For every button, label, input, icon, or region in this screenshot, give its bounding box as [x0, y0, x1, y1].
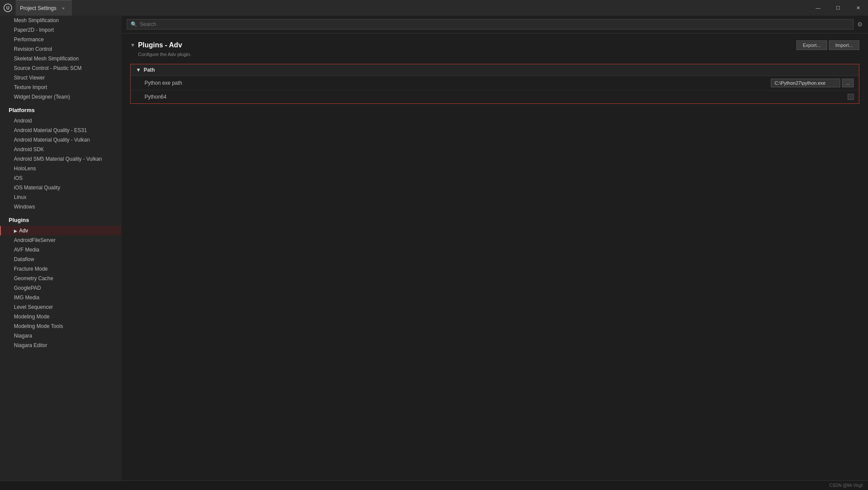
sidebar-item-level-sequencer[interactable]: Level Sequencer — [0, 302, 122, 312]
status-bar: CSDN @Mr.Virgil — [0, 480, 868, 490]
group-collapse-arrow[interactable]: ▼ — [136, 67, 141, 73]
settings-group-header: ▼ Path — [131, 64, 859, 76]
sidebar-item-android-vulkan[interactable]: Android Material Quality - Vulkan — [0, 135, 122, 145]
maximize-button[interactable]: ☐ — [828, 0, 848, 16]
sidebar-item-modeling-mode[interactable]: Modeling Mode — [0, 312, 122, 321]
sidebar-item-android-es31[interactable]: Android Material Quality - ES31 — [0, 126, 122, 135]
python64-checkbox[interactable] — [848, 94, 854, 100]
section-header-row: ▼ Plugins - Adv Export... Import... — [130, 40, 859, 50]
page-content: ▼ Plugins - Adv Export... Import... Conf… — [122, 33, 868, 480]
search-input-wrapper: 🔍 — [127, 19, 854, 30]
sidebar-item-android-sdk[interactable]: Android SDK — [0, 145, 122, 154]
svg-text:U: U — [6, 6, 9, 10]
section-title: ▼ Plugins - Adv — [130, 41, 182, 49]
sidebar-item-revision-control[interactable]: Revision Control — [0, 44, 122, 54]
settings-row-python64: Python64 — [131, 90, 859, 103]
settings-row-python-exe: Python exe path ... — [131, 76, 859, 90]
sidebar-item-windows[interactable]: Windows — [0, 202, 122, 212]
sidebar-item-texture-import[interactable]: Texture Import — [0, 83, 122, 92]
status-credit: CSDN @Mr.Virgil — [829, 483, 863, 488]
sidebar-item-avf-media[interactable]: AVF Media — [0, 245, 122, 255]
export-button[interactable]: Export... — [796, 40, 827, 50]
sidebar-item-ios-material[interactable]: iOS Material Quality — [0, 183, 122, 192]
search-input[interactable] — [140, 21, 850, 27]
content-area: 🔍 ⚙ ▼ Plugins - Adv Export... Import... … — [122, 16, 868, 480]
section-collapse-arrow[interactable]: ▼ — [130, 42, 135, 48]
search-icon: 🔍 — [131, 21, 137, 27]
adv-arrow-icon: ▶ — [14, 228, 17, 233]
import-button[interactable]: Import... — [829, 40, 859, 50]
sidebar-item-geometry-cache[interactable]: Geometry Cache — [0, 274, 122, 283]
sidebar-item-img-media[interactable]: IMG Media — [0, 293, 122, 302]
python-exe-input[interactable] — [771, 79, 840, 87]
python-exe-browse-button[interactable]: ... — [842, 79, 854, 87]
minimize-button[interactable]: — — [808, 0, 828, 16]
title-bar-left: U Project Settings × — [0, 0, 72, 16]
sidebar-item-skeletal-mesh-simplification[interactable]: Skeletal Mesh Simplification — [0, 54, 122, 63]
sidebar-item-dataflow[interactable]: Dataflow — [0, 255, 122, 264]
settings-panel: ▼ Path Python exe path ... Python64 — [130, 64, 859, 104]
python-exe-value: ... — [771, 79, 854, 87]
sidebar-item-googlepad[interactable]: GooglePAD — [0, 283, 122, 293]
sidebar-item-adv[interactable]: ▶ Adv — [0, 226, 122, 235]
sidebar-item-mesh-simplification[interactable]: Mesh Simplification — [0, 16, 122, 25]
sidebar-item-struct-viewer[interactable]: Struct Viewer — [0, 73, 122, 83]
sidebar-item-niagara-editor[interactable]: Niagara Editor — [0, 341, 122, 350]
sidebar-item-paper2d-import[interactable]: Paper2D - Import — [0, 25, 122, 35]
sidebar-item-performance[interactable]: Performance — [0, 35, 122, 44]
main-layout: Mesh Simplification Paper2D - Import Per… — [0, 16, 868, 480]
project-settings-tab[interactable]: Project Settings × — [16, 0, 72, 16]
sidebar-item-androidfileserver[interactable]: AndroidFileServer — [0, 235, 122, 245]
plugins-section-header: Plugins — [0, 212, 122, 226]
section-title-text: Plugins - Adv — [138, 41, 182, 49]
platforms-section-header: Platforms — [0, 102, 122, 116]
sidebar-item-linux[interactable]: Linux — [0, 192, 122, 202]
ue-logo-icon: U — [0, 0, 16, 16]
sidebar-item-modeling-mode-tools[interactable]: Modeling Mode Tools — [0, 321, 122, 331]
tab-label: Project Settings — [20, 5, 56, 11]
title-bar: U Project Settings × — ☐ ✕ — [0, 0, 868, 16]
sidebar-item-android-sm5[interactable]: Android SM5 Material Quality - Vulkan — [0, 154, 122, 164]
python-exe-label: Python exe path — [145, 80, 771, 86]
python64-value — [848, 94, 854, 100]
search-settings-icon[interactable]: ⚙ — [857, 21, 863, 28]
sidebar-item-adv-label: Adv — [19, 228, 28, 234]
sidebar-item-widget-designer[interactable]: Widget Designer (Team) — [0, 92, 122, 102]
section-subtitle: Configure the Adv plugin. — [130, 52, 859, 57]
search-bar: 🔍 ⚙ — [122, 16, 868, 33]
python64-label: Python64 — [145, 94, 848, 100]
group-name: Path — [144, 67, 155, 73]
sidebar: Mesh Simplification Paper2D - Import Per… — [0, 16, 122, 480]
sidebar-item-android[interactable]: Android — [0, 116, 122, 126]
tab-close-button[interactable]: × — [60, 5, 67, 12]
sidebar-item-fracture-mode[interactable]: Fracture Mode — [0, 264, 122, 274]
sidebar-item-source-control[interactable]: Source Control - Plastic SCM — [0, 63, 122, 73]
sidebar-item-niagara[interactable]: Niagara — [0, 331, 122, 341]
close-window-button[interactable]: ✕ — [848, 0, 868, 16]
header-buttons: Export... Import... — [796, 40, 859, 50]
window-controls: — ☐ ✕ — [808, 0, 868, 16]
sidebar-item-ios[interactable]: iOS — [0, 173, 122, 183]
sidebar-item-hololens[interactable]: HoloLens — [0, 164, 122, 173]
